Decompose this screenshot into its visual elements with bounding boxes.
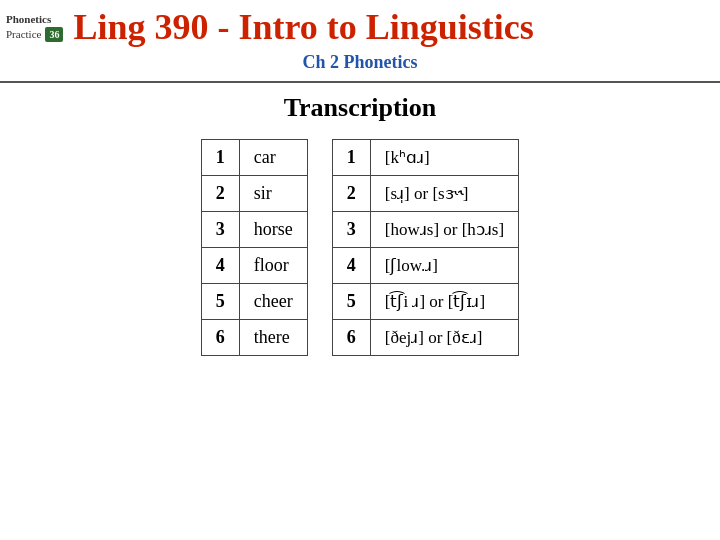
row-number: 6: [332, 320, 370, 356]
row-word: horse: [239, 212, 307, 248]
row-ipa: [t͡ʃi ɹ] or [t͡ʃɪɹ]: [370, 284, 518, 320]
table-row: 1 car: [201, 140, 307, 176]
table-row: 3 horse: [201, 212, 307, 248]
practice-row: Practice 36: [6, 27, 63, 42]
table-row: 5 [t͡ʃi ɹ] or [t͡ʃɪɹ]: [332, 284, 518, 320]
row-number: 2: [201, 176, 239, 212]
table-row: 3 [howɹs] or [hɔɹs]: [332, 212, 518, 248]
practice-label: Practice: [6, 27, 41, 41]
row-number: 5: [201, 284, 239, 320]
row-number: 3: [201, 212, 239, 248]
row-number: 1: [201, 140, 239, 176]
row-ipa: [ʃlow.ɹ]: [370, 248, 518, 284]
chapter-subtitle: Ch 2 Phonetics: [302, 50, 417, 80]
page-header: Phonetics Practice 36 Ling 390 - Intro t…: [0, 0, 720, 52]
header-left-labels: Phonetics Practice 36: [6, 12, 63, 41]
phonetics-label: Phonetics: [6, 12, 63, 26]
main-content: Transcription 1 car 2 sir 3 horse 4 floo…: [0, 93, 720, 356]
words-table: 1 car 2 sir 3 horse 4 floor 5 cheer 6 th…: [201, 139, 308, 356]
table-row: 6 [ðejɹ] or [ðɛɹ]: [332, 320, 518, 356]
row-ipa: [ðejɹ] or [ðɛɹ]: [370, 320, 518, 356]
tables-wrapper: 1 car 2 sir 3 horse 4 floor 5 cheer 6 th…: [30, 139, 690, 356]
section-title: Transcription: [30, 93, 690, 123]
ipa-table: 1 [kʰɑɹ] 2 [sɹ̩] or [sɝ˞] 3 [howɹs] or […: [332, 139, 519, 356]
row-number: 2: [332, 176, 370, 212]
row-number: 4: [332, 248, 370, 284]
row-number: 4: [201, 248, 239, 284]
header-divider: [0, 81, 720, 83]
row-word: car: [239, 140, 307, 176]
practice-badge: 36: [45, 27, 63, 42]
row-word: sir: [239, 176, 307, 212]
page-title: Ling 390 - Intro to Linguistics: [73, 6, 710, 48]
row-word: there: [239, 320, 307, 356]
row-ipa: [kʰɑɹ]: [370, 140, 518, 176]
row-number: 5: [332, 284, 370, 320]
row-number: 3: [332, 212, 370, 248]
table-row: 6 there: [201, 320, 307, 356]
row-number: 1: [332, 140, 370, 176]
row-ipa: [sɹ̩] or [sɝ˞]: [370, 176, 518, 212]
table-row: 4 floor: [201, 248, 307, 284]
table-row: 2 sir: [201, 176, 307, 212]
table-row: 2 [sɹ̩] or [sɝ˞]: [332, 176, 518, 212]
table-row: 1 [kʰɑɹ]: [332, 140, 518, 176]
row-ipa: [howɹs] or [hɔɹs]: [370, 212, 518, 248]
row-word: floor: [239, 248, 307, 284]
row-word: cheer: [239, 284, 307, 320]
table-row: 4 [ʃlow.ɹ]: [332, 248, 518, 284]
table-row: 5 cheer: [201, 284, 307, 320]
row-number: 6: [201, 320, 239, 356]
